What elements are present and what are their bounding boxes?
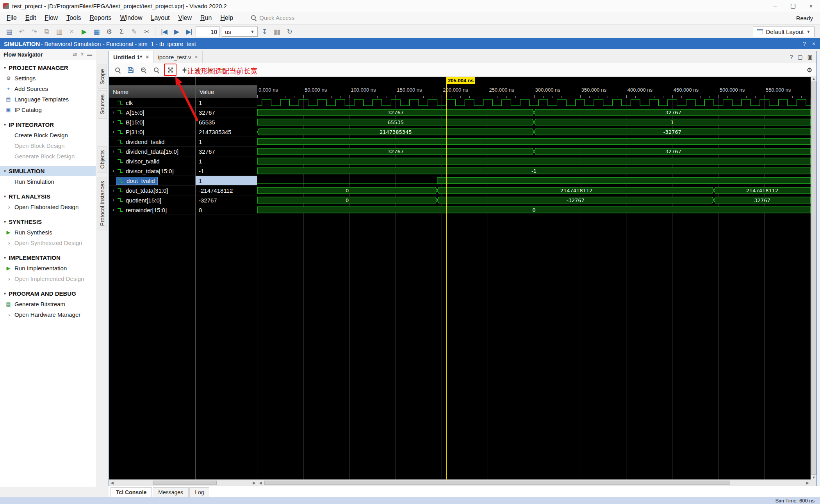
expand-arrow-icon[interactable]: › xyxy=(111,188,116,193)
menu-item-edit[interactable]: Edit xyxy=(21,13,41,23)
expand-arrow-icon[interactable]: › xyxy=(111,149,116,154)
signal-value-dividend-tdata-15-0[interactable]: 32767 xyxy=(196,147,257,156)
scroll-up-icon[interactable]: ▲ xyxy=(812,77,816,81)
waveform-canvas[interactable]: 32767-327676553512147385345-3276732767-3… xyxy=(257,98,811,479)
menu-item-help[interactable]: Help xyxy=(216,13,237,23)
time-ruler[interactable]: 0.000 ns50.000 ns100.000 ns150.000 ns200… xyxy=(257,77,811,98)
quick-access-search[interactable]: Quick Access xyxy=(248,14,312,22)
signal-value-dout-tdata-31-0[interactable]: -2147418112 xyxy=(196,186,257,195)
signal-row-b-15-0[interactable]: ›B[15:0] xyxy=(109,117,195,127)
expand-arrow-icon[interactable]: › xyxy=(111,168,116,174)
signal-row-dout-tdata-31-0[interactable]: ›dout_tdata[31:0] xyxy=(109,186,195,195)
expand-chevron-icon[interactable]: › xyxy=(8,240,14,246)
tab-untitled-1[interactable]: Untitled 1*× xyxy=(109,51,153,63)
signal-value-quotient-15-0[interactable]: -32767 xyxy=(196,195,257,205)
nav-item-ip-catalog[interactable]: ▣IP Catalog xyxy=(0,105,96,115)
collapse-caret-icon[interactable]: ▾ xyxy=(4,194,6,199)
layout-selector[interactable]: Default Layout ▼ xyxy=(753,27,815,37)
vertical-scroll-thumb[interactable] xyxy=(811,82,816,475)
tab-bar-icon-0[interactable]: ? xyxy=(790,54,793,60)
nav-item-add-sources[interactable]: +Add Sources xyxy=(0,83,96,94)
nav-item-run-simulation[interactable]: Run Simulation xyxy=(0,176,96,187)
scroll-left-icon[interactable]: ◀ xyxy=(257,481,264,485)
run-time-input[interactable] xyxy=(196,26,219,37)
scroll-right-icon[interactable]: ▶ xyxy=(251,481,257,485)
collapse-caret-icon[interactable]: ▾ xyxy=(4,169,6,173)
nav-item-language-templates[interactable]: ▤Language Templates xyxy=(0,94,96,105)
side-tab-scope[interactable]: Scope xyxy=(98,65,107,89)
side-tab-objects[interactable]: Objects xyxy=(98,146,107,173)
wave-trace-remainder-15-0[interactable]: 0 xyxy=(257,207,811,213)
close-icon[interactable]: × xyxy=(194,54,198,60)
name-column-scrollbar[interactable]: ◀ ▶ xyxy=(109,479,257,486)
cursor-time-badge[interactable]: 205.004 ns xyxy=(446,77,475,84)
maximize-button[interactable]: ▢ xyxy=(784,0,802,12)
zoom-to-cursor-icon[interactable] xyxy=(179,65,189,75)
name-column-header[interactable]: Name xyxy=(109,77,196,98)
nav-item-open-hardware-manager[interactable]: ›Open Hardware Manager xyxy=(0,309,96,320)
signal-row-dividend-tvalid[interactable]: dividend_tvalid xyxy=(109,137,195,147)
scroll-thumb[interactable] xyxy=(153,481,216,485)
wave-trace-quotient-15-0[interactable]: 0-3276732767 xyxy=(257,197,811,203)
menu-item-file[interactable]: File xyxy=(2,13,21,23)
signal-row-divisor-tdata-15-0[interactable]: ›divisor_tdata[15:0] xyxy=(109,166,195,176)
run-for-icon[interactable]: ▶| xyxy=(183,26,195,37)
signal-value-b-15-0[interactable]: 65535 xyxy=(196,117,257,127)
nav-section-program-and-debug[interactable]: ▾PROGRAM AND DEBUG xyxy=(0,288,96,299)
search-icon[interactable] xyxy=(112,65,123,75)
collapse-caret-icon[interactable]: ▾ xyxy=(4,122,6,127)
copy-icon[interactable]: ⧉ xyxy=(41,26,52,37)
menu-item-run[interactable]: Run xyxy=(196,13,216,23)
zoom-out-icon[interactable]: - xyxy=(151,65,161,75)
edit-icon[interactable]: ✎ xyxy=(128,26,140,37)
close-button[interactable]: × xyxy=(802,0,820,12)
wave-trace-dout-tdata-31-0[interactable]: 0-21474181122147418112 xyxy=(257,187,811,193)
collapse-caret-icon[interactable]: ▾ xyxy=(4,256,6,260)
add-marker-icon[interactable]: + xyxy=(218,65,228,75)
expand-arrow-icon[interactable]: › xyxy=(111,207,116,213)
expand-chevron-icon[interactable]: › xyxy=(8,312,14,318)
signal-value-a-15-0[interactable]: 32767 xyxy=(196,108,257,117)
nav-section-rtl-analysis[interactable]: ▾RTL ANALYSIS xyxy=(0,191,96,202)
signal-value-remainder-15-0[interactable]: 0 xyxy=(196,205,257,215)
wave-trace-dout-tvalid[interactable] xyxy=(257,177,811,184)
signal-row-divisor-tvalid[interactable]: divisor_tvalid xyxy=(109,156,195,166)
nav-item-generate-bitstream[interactable]: ▦Generate Bitstream xyxy=(0,299,96,309)
time-unit-select[interactable]: us ▼ xyxy=(222,27,258,37)
close-icon[interactable]: × xyxy=(812,41,815,47)
side-tab-sources[interactable]: Sources xyxy=(98,90,107,119)
signal-value-divisor-tvalid[interactable]: 1 xyxy=(196,156,257,166)
menu-item-view[interactable]: View xyxy=(174,13,196,23)
zoom-fit-icon[interactable] xyxy=(165,65,175,75)
menu-item-flow[interactable]: Flow xyxy=(40,13,62,23)
nav-item-open-elaborated-design[interactable]: ›Open Elaborated Design xyxy=(0,202,96,212)
delete-icon[interactable]: × xyxy=(66,26,77,37)
expand-arrow-icon[interactable]: › xyxy=(111,119,116,125)
minimize-button[interactable]: – xyxy=(766,0,784,12)
nav-item-settings[interactable]: ⚙Settings xyxy=(0,73,96,83)
nav-section-ip-integrator[interactable]: ▾IP INTEGRATOR xyxy=(0,119,96,130)
nav-section-implementation[interactable]: ▾IMPLEMENTATION xyxy=(0,252,96,263)
signal-row-dividend-tdata-15-0[interactable]: ›dividend_tdata[15:0] xyxy=(109,147,195,156)
flow-navigator-header-icon-0[interactable]: ⇄ xyxy=(73,51,77,57)
nav-item-create-block-design[interactable]: Create Block Design xyxy=(0,130,96,140)
signal-value-dout-tvalid[interactable]: 1 xyxy=(196,176,257,186)
fit-selection-icon[interactable]: ↔ xyxy=(231,65,241,75)
scroll-right-icon[interactable]: ▶ xyxy=(804,481,811,485)
waveform-canvas-area[interactable]: 32767-327676553512147385345-3276732767-3… xyxy=(257,98,811,479)
help-icon[interactable]: ? xyxy=(803,41,806,47)
next-transition-icon[interactable]: |▸ xyxy=(205,65,215,75)
open-project-icon[interactable]: ▤ xyxy=(3,26,15,37)
expand-chevron-icon[interactable]: › xyxy=(8,204,14,210)
wave-trace-divisor-tvalid[interactable] xyxy=(257,158,811,164)
wave-settings-gear-icon[interactable]: ⚙ xyxy=(804,65,815,75)
signal-row-a-15-0[interactable]: ›A[15:0] xyxy=(109,108,195,117)
restart-simulation-icon[interactable]: |◀ xyxy=(158,26,170,37)
bottom-tab-tcl-console[interactable]: Tcl Console xyxy=(111,487,152,497)
wave-horizontal-scrollbar[interactable]: ◀ ▶ xyxy=(257,479,811,486)
nav-section-simulation[interactable]: ▾SIMULATION xyxy=(0,166,96,176)
zoom-in-icon[interactable]: + xyxy=(138,65,148,75)
nav-item-run-implementation[interactable]: ▶Run Implementation xyxy=(0,263,96,273)
close-icon[interactable]: × xyxy=(146,54,149,60)
nav-section-synthesis[interactable]: ▾SYNTHESIS xyxy=(0,217,96,227)
